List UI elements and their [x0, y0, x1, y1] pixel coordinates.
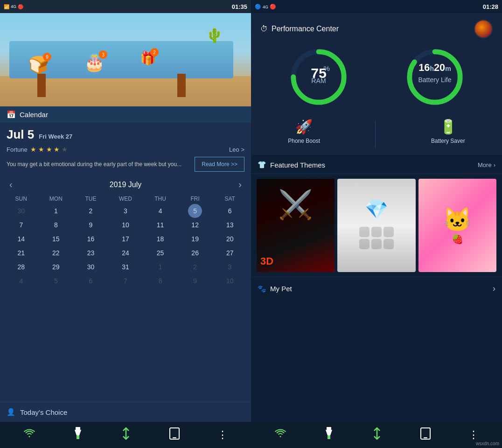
svg-text:16h20m: 16h20m	[418, 62, 451, 73]
nav-transfer-right[interactable]	[371, 427, 383, 443]
nav-flashlight-right[interactable]	[324, 427, 334, 443]
cal-day[interactable]: 27	[212, 246, 247, 260]
theme-pink[interactable]: 🐱 🍓	[418, 179, 496, 272]
cal-day[interactable]: 13	[212, 218, 247, 232]
fortune-label: Fortune	[7, 146, 28, 153]
nav-wifi[interactable]	[23, 428, 35, 441]
prev-month-button[interactable]: ‹	[9, 179, 13, 190]
cal-day[interactable]: 16	[73, 232, 108, 246]
status-bar-right: 🔵 4G 🔴 01:28	[251, 0, 502, 13]
cal-day[interactable]: 1	[143, 260, 178, 274]
calendar-section: 📅 Calendar Jul 5 Fri Week 27 Fortune ★ ★…	[0, 106, 251, 402]
cal-day[interactable]: 7	[4, 218, 39, 232]
cal-day[interactable]: 2	[73, 204, 108, 218]
cal-day[interactable]: 10	[108, 218, 143, 232]
cal-day[interactable]: 20	[212, 232, 247, 246]
cal-day[interactable]: 4	[4, 274, 39, 288]
watermark: wsxdn.com	[476, 441, 499, 446]
phone-boost-label: Phone Boost	[288, 138, 320, 144]
cal-day[interactable]: 10	[212, 274, 247, 288]
cal-day[interactable]: 30	[4, 204, 39, 218]
cal-day[interactable]: 3	[108, 204, 143, 218]
cal-day[interactable]: 4	[143, 204, 178, 218]
cal-day[interactable]: 26	[178, 246, 213, 260]
nav-transfer[interactable]	[120, 427, 132, 443]
read-more-button[interactable]: Read More >>	[195, 157, 244, 172]
tablet-icon	[169, 427, 180, 443]
cal-day[interactable]: 6	[212, 204, 247, 218]
featured-themes-label: Featured Themes	[270, 161, 325, 169]
flashlight-icon-right	[324, 427, 334, 443]
next-month-button[interactable]: ›	[238, 179, 242, 190]
nav-tablet-right[interactable]	[420, 427, 431, 443]
shirt-icon: 👕	[258, 161, 266, 169]
todays-choice[interactable]: 👤 Today's Choice	[0, 402, 251, 422]
cal-day[interactable]: 9	[73, 218, 108, 232]
svg-rect-20	[424, 437, 427, 438]
perf-actions: 🚀 Phone Boost 🔋 Battery Saver	[260, 117, 493, 148]
cal-day[interactable]: 19	[178, 232, 213, 246]
perf-metrics: 75 % RAM 16h20m Battery Life	[260, 47, 493, 107]
cal-day[interactable]: 3	[212, 260, 247, 274]
phone-boost-action[interactable]: 🚀 Phone Boost	[288, 119, 320, 144]
cal-day[interactable]: 12	[178, 218, 213, 232]
cal-day[interactable]: 8	[39, 218, 74, 232]
more-label: More	[478, 161, 492, 168]
rocket-icon: 🚀	[295, 119, 313, 135]
svg-marker-16	[326, 430, 332, 435]
pet-icon: 🐾	[258, 285, 266, 293]
cal-day[interactable]: 28	[4, 260, 39, 274]
nav-more[interactable]: ⋮	[217, 429, 228, 441]
game-banner: 🍞 9 🎂 3 🎁 2 🌵	[0, 13, 251, 106]
nav-flashlight[interactable]	[73, 427, 83, 443]
featured-themes-title: 👕 Featured Themes	[258, 161, 325, 169]
cal-day[interactable]: 22	[39, 246, 74, 260]
mypet-title: 🐾 My Pet	[258, 285, 292, 293]
leo-link[interactable]: Leo >	[229, 146, 244, 153]
cal-day[interactable]: 15	[39, 232, 74, 246]
right-status-icons: 🔵 4G 🔴	[255, 4, 276, 10]
action-divider	[375, 120, 376, 148]
nav-more-right[interactable]: ⋮	[468, 429, 479, 441]
theme-dark[interactable]: ⚔️ 3D	[257, 179, 335, 272]
cal-day[interactable]: 23	[73, 246, 108, 260]
cal-day[interactable]: 18	[143, 232, 178, 246]
nav-tablet[interactable]	[169, 427, 180, 443]
cal-day[interactable]: 8	[143, 274, 178, 288]
mypet-header[interactable]: 🐾 My Pet ›	[251, 277, 502, 300]
cal-day[interactable]: 1	[39, 204, 74, 218]
cal-day[interactable]: 11	[143, 218, 178, 232]
battery-saver-action[interactable]: 🔋 Battery Saver	[431, 119, 465, 144]
dow-wed: WED	[108, 194, 143, 204]
cal-day[interactable]: 2	[178, 260, 213, 274]
cal-day[interactable]: 25	[143, 246, 178, 260]
cal-day[interactable]: 31	[108, 260, 143, 274]
cal-day[interactable]: 5	[39, 274, 74, 288]
perf-icon: ⏱	[260, 25, 268, 33]
transfer-icon	[120, 427, 132, 443]
mypet-section: 🐾 My Pet ›	[251, 277, 502, 422]
cal-day[interactable]: 7	[108, 274, 143, 288]
cal-day-today[interactable]: 5	[188, 204, 202, 218]
cal-week-2: 14 15 16 17 18 19 20	[4, 232, 247, 246]
calendar-icon: 📅	[7, 110, 16, 119]
cal-day[interactable]: 24	[108, 246, 143, 260]
nav-wifi-right[interactable]	[274, 428, 286, 441]
dow-fri: FRI	[178, 194, 213, 204]
cal-day[interactable]: 6	[73, 274, 108, 288]
cal-week-0: 30 1 2 3 4 5 6	[4, 204, 247, 218]
month-nav: ‹ 2019 July ›	[0, 175, 251, 194]
perf-avatar[interactable]	[474, 20, 493, 38]
theme-silver[interactable]: 💎	[337, 179, 415, 272]
stars: ★ ★ ★ ★ ★	[30, 146, 68, 153]
cal-day[interactable]: 17	[108, 232, 143, 246]
themes-more-link[interactable]: More ›	[478, 161, 495, 168]
cal-day[interactable]: 29	[39, 260, 74, 274]
cal-day[interactable]: 21	[4, 246, 39, 260]
mypet-label: My Pet	[270, 285, 292, 293]
chevron-right-icon: ›	[494, 161, 495, 168]
battery-icon: 🔋	[439, 119, 457, 135]
cal-day[interactable]: 30	[73, 260, 108, 274]
cal-day[interactable]: 14	[4, 232, 39, 246]
cal-day[interactable]: 9	[178, 274, 213, 288]
